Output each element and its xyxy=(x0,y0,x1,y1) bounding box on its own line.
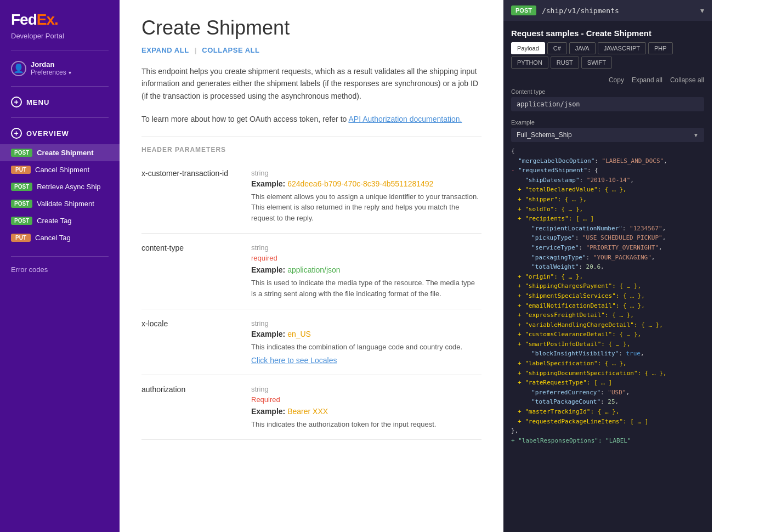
tab-java[interactable]: JAVA xyxy=(569,42,596,54)
param-detail-x-locale: string Example: en_US This indicates the… xyxy=(251,309,481,375)
table-row: content-type string required Example: ap… xyxy=(141,234,481,309)
code-line: "totalPackageCount": 25, xyxy=(511,397,704,407)
code-line[interactable]: + "masterTrackingId": { … }, xyxy=(511,407,704,417)
param-type: string xyxy=(251,385,481,393)
code-line: "mergeLabelDocOption": "LABELS_AND_DOCS"… xyxy=(511,156,704,166)
code-line[interactable]: + "shippingDocumentSpecification": { … }… xyxy=(511,369,704,378)
param-example: Example: 624deea6-b709-470c-8c39-4b55112… xyxy=(251,179,481,188)
fedex-logo: Fed Ex . xyxy=(11,11,109,29)
example-select-wrapper: Full_Schema_Ship xyxy=(511,128,704,142)
description-paragraph-2: To learn more about how to get OAuth acc… xyxy=(141,113,481,125)
expand-all-link[interactable]: EXPAND ALL xyxy=(141,46,189,54)
tab-php[interactable]: PHP xyxy=(648,42,673,54)
preferences-dropdown[interactable]: Preferences ▾ xyxy=(31,69,71,76)
param-desc: This indicates the combination of langua… xyxy=(251,342,481,353)
code-line[interactable]: + "labelSpecification": { … }, xyxy=(511,359,704,369)
post-badge-create-shipment: POST xyxy=(11,149,32,157)
sidebar-item-create-tag[interactable]: POST Create Tag xyxy=(0,212,120,229)
code-line[interactable]: + "labelResponseOptions": "LABEL" xyxy=(511,436,704,446)
example-select[interactable]: Full_Schema_Ship xyxy=(511,128,704,142)
tab-payload[interactable]: Payload xyxy=(511,42,545,54)
nav-items-list: POST Create Shipment PUT Cancel Shipment… xyxy=(0,144,120,252)
endpoint-chevron-icon[interactable]: ▾ xyxy=(700,6,704,15)
right-panel: POST /ship/v1/shipments ▾ Request sample… xyxy=(503,0,712,532)
api-auth-link[interactable]: API Authorization documentation. xyxy=(348,115,462,123)
post-badge-create-tag: POST xyxy=(11,217,32,225)
collapse-all-code-button[interactable]: Collapse all xyxy=(670,76,704,84)
code-line[interactable]: + "totalDeclaredValue": { … }, xyxy=(511,185,704,195)
code-line[interactable]: + "rateRequestType": [ … ] xyxy=(511,378,704,388)
example-value: Bearer XXX xyxy=(287,407,328,416)
sidebar-item-retrieve-async[interactable]: POST Retrieve Async Ship xyxy=(0,178,120,195)
expand-all-code-button[interactable]: Expand all xyxy=(632,76,662,84)
param-desc: This element allows you to assign a uniq… xyxy=(251,191,481,224)
param-type: string xyxy=(251,169,481,177)
code-line[interactable]: + "shippingChargesPayment": { … }, xyxy=(511,281,704,291)
param-example: Example: en_US xyxy=(251,330,481,338)
doc-area: Create Shipment EXPAND ALL | COLLAPSE AL… xyxy=(120,0,503,532)
expand-collapse-row: EXPAND ALL | COLLAPSE ALL xyxy=(141,46,481,54)
code-line[interactable]: + "smartPostInfoDetail": { … }, xyxy=(511,339,704,349)
menu-label: MENU xyxy=(26,98,49,106)
nav-label-cancel-shipment: Cancel Shipment xyxy=(35,166,89,174)
code-line[interactable]: + "shipper": { … }, xyxy=(511,195,704,205)
code-line[interactable]: + "emailNotificationDetail": { … }, xyxy=(511,301,704,311)
code-line[interactable]: + "requestedPackageLineItems": [ … ] xyxy=(511,417,704,427)
nav-label-create-shipment: Create Shipment xyxy=(37,149,93,157)
code-line: }, xyxy=(511,426,704,436)
nav-label-cancel-tag: Cancel Tag xyxy=(35,234,71,242)
code-line[interactable]: + "shipmentSpecialServices": { … }, xyxy=(511,291,704,301)
divider-top xyxy=(11,50,109,50)
tab-javascript[interactable]: JAVASCRIPT xyxy=(598,42,646,54)
user-name: Jordan xyxy=(31,60,71,69)
endpoint-left: POST /ship/v1/shipments xyxy=(511,5,619,15)
post-badge-validate-shipment: POST xyxy=(11,200,32,208)
param-name-authorization: authorization xyxy=(141,375,251,440)
param-detail-content-type: string required Example: application/jso… xyxy=(251,234,481,309)
overview-plus-icon: + xyxy=(11,128,22,139)
tab-python[interactable]: PYTHON xyxy=(511,56,548,69)
overview-button[interactable]: + OVERVIEW xyxy=(0,122,120,144)
param-required-label: Required xyxy=(251,395,481,404)
endpoint-path: /ship/v1/shipments xyxy=(542,7,619,15)
nav-label-validate-shipment: Validate Shipment xyxy=(37,200,94,208)
endpoint-bar: POST /ship/v1/shipments ▾ xyxy=(503,0,712,21)
copy-button[interactable]: Copy xyxy=(609,76,624,84)
tab-csharp[interactable]: C# xyxy=(547,42,567,54)
tab-rust[interactable]: RUST xyxy=(551,56,579,69)
divider-menu xyxy=(11,117,109,118)
code-line[interactable]: + "recipients": [ … ] xyxy=(511,214,704,224)
menu-section: + MENU xyxy=(0,91,120,113)
sidebar-item-validate-shipment[interactable]: POST Validate Shipment xyxy=(0,195,120,212)
chevron-down-icon: ▾ xyxy=(69,70,71,76)
error-codes-link[interactable]: Error codes xyxy=(0,261,120,278)
code-line: "blockInsightVisibility": true, xyxy=(511,349,704,359)
sidebar-item-cancel-shipment[interactable]: PUT Cancel Shipment xyxy=(0,161,120,178)
nav-label-retrieve-async: Retrieve Async Ship xyxy=(37,183,100,191)
table-row: authorization string Required Example: B… xyxy=(141,375,481,440)
portal-subtitle: Developer Portal xyxy=(11,32,109,40)
sidebar: Fed Ex . Developer Portal 👤 Jordan Prefe… xyxy=(0,0,120,532)
code-line[interactable]: + "origin": { … }, xyxy=(511,272,704,282)
code-line[interactable]: + "variableHandlingChargeDetail": { … }, xyxy=(511,320,704,330)
code-line[interactable]: + "customsClearanceDetail": { … }, xyxy=(511,330,704,339)
menu-plus-icon: + xyxy=(11,97,22,107)
code-line[interactable]: + "soldTo": { … }, xyxy=(511,205,704,214)
menu-button[interactable]: + MENU xyxy=(11,97,109,107)
endpoint-post-badge: POST xyxy=(511,5,536,15)
sidebar-item-create-shipment[interactable]: POST Create Shipment xyxy=(0,144,120,161)
code-panel: { "mergeLabelDocOption": "LABELS_AND_DOC… xyxy=(503,146,712,532)
sidebar-item-cancel-tag[interactable]: PUT Cancel Tag xyxy=(0,229,120,246)
fedex-fed-text: Fed xyxy=(11,11,37,29)
example-value: en_US xyxy=(287,330,311,338)
param-detail-authorization: string Required Example: Bearer XXX This… xyxy=(251,375,481,440)
tab-swift[interactable]: SWIFT xyxy=(581,56,612,69)
example-section: Example Full_Schema_Ship xyxy=(503,116,712,146)
lang-tabs-row: Payload C# JAVA JAVASCRIPT PHP PYTHON RU… xyxy=(503,42,712,74)
content-type-value: application/json xyxy=(511,97,704,111)
page-title: Create Shipment xyxy=(141,16,481,39)
collapse-all-link[interactable]: COLLAPSE ALL xyxy=(202,46,259,54)
code-line[interactable]: + "expressFreightDetail": { … }, xyxy=(511,310,704,320)
divider-bottom xyxy=(11,256,109,257)
see-locales-link[interactable]: Click here to see Locales xyxy=(251,356,337,365)
